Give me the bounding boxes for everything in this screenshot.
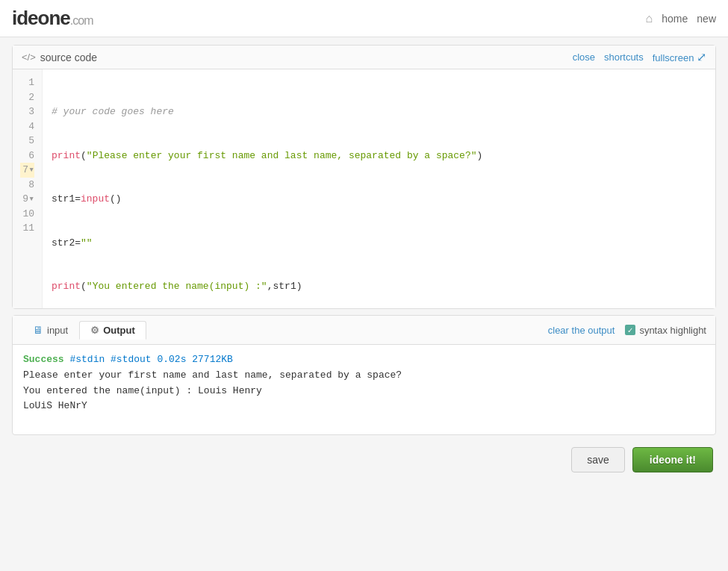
output-line-1: Please enter your first name and last na… [23,368,705,384]
line-num: 4 [20,119,34,134]
line-num: 9▾ [20,192,34,207]
expand-icon: ⤢ [697,51,706,63]
line-num: 7▾ [20,163,34,178]
code-line: str2="" [52,236,706,251]
header: ideone.com ⌂ home new [0,0,728,37]
home-icon: ⌂ [646,12,653,25]
new-link[interactable]: new [697,13,716,25]
monitor-icon: 🖥 [33,324,43,336]
fullscreen-link[interactable]: fullscreen ⤢ [653,50,706,64]
output-status-line: Success #stdin #stdout 0.02s 27712KB [23,352,705,368]
home-link[interactable]: home [662,13,688,25]
source-header: </> source code close shortcuts fullscre… [13,46,715,69]
status-badge: Success [23,354,64,365]
output-actions: clear the output ✓ syntax highlight [548,325,706,336]
code-editor[interactable]: # your code goes here print("Please ente… [43,69,715,308]
syntax-highlight-label: syntax highlight [639,325,706,336]
tab-output[interactable]: ⚙ Output [79,321,146,340]
logo: ideone.com [12,7,93,30]
code-area: 1 2 3 4 5 6 7▾ 8 9▾ 10 11 # your code go… [13,69,715,308]
code-line: str1=input() [52,192,706,207]
source-panel: </> source code close shortcuts fullscre… [12,45,716,309]
code-line: # your code goes here [52,104,706,119]
logo-main: ideone [12,7,70,29]
source-title: </> source code [22,52,97,63]
checkbox-icon: ✓ [625,325,635,335]
line-num: 2 [20,90,34,105]
line-num: 5 [20,134,34,149]
close-link[interactable]: close [573,52,595,63]
source-title-label: source code [40,52,97,63]
output-header: 🖥 input ⚙ Output clear the output ✓ synt… [13,316,715,345]
source-actions: close shortcuts fullscreen ⤢ [573,50,706,64]
line-num: 1 [20,75,34,90]
output-line-2: You entered the name(input) : Louis Henr… [23,384,705,399]
logo-com: .com [70,14,93,27]
output-tabs: 🖥 input ⚙ Output [22,320,146,340]
line-num: 10 [20,207,34,222]
shortcuts-link[interactable]: shortcuts [604,52,644,63]
line-num: 11 [20,221,34,236]
fullscreen-label: fullscreen [653,52,694,63]
line-num: 8 [20,178,34,193]
code-line: print("You entered the name(input) :",st… [52,279,706,294]
save-button[interactable]: save [571,447,625,472]
output-line-3: LoUiS HeNrY [23,399,705,414]
line-num: 3 [20,104,34,119]
output-meta: #stdin #stdout 0.02s 27712KB [69,354,232,365]
output-panel: 🖥 input ⚙ Output clear the output ✓ synt… [12,315,716,435]
header-right: ⌂ home new [646,12,716,25]
clear-output-link[interactable]: clear the output [548,325,615,336]
run-button[interactable]: ideone it! [632,447,713,472]
output-content: Success #stdin #stdout 0.02s 27712KB Ple… [13,345,715,434]
line-numbers: 1 2 3 4 5 6 7▾ 8 9▾ 10 11 [13,69,43,308]
line-num: 6 [20,149,34,163]
gear-icon: ⚙ [90,325,99,336]
main-content: </> source code close shortcuts fullscre… [0,37,728,486]
tab-output-label: Output [103,325,135,336]
code-tag-icon: </> [22,52,36,63]
code-line: print("Please enter your first name and … [52,149,706,163]
tab-input[interactable]: 🖥 input [22,320,79,340]
tab-input-label: input [47,325,68,336]
syntax-highlight-toggle[interactable]: ✓ syntax highlight [625,325,706,336]
bottom-bar: save ideone it! [12,441,716,478]
